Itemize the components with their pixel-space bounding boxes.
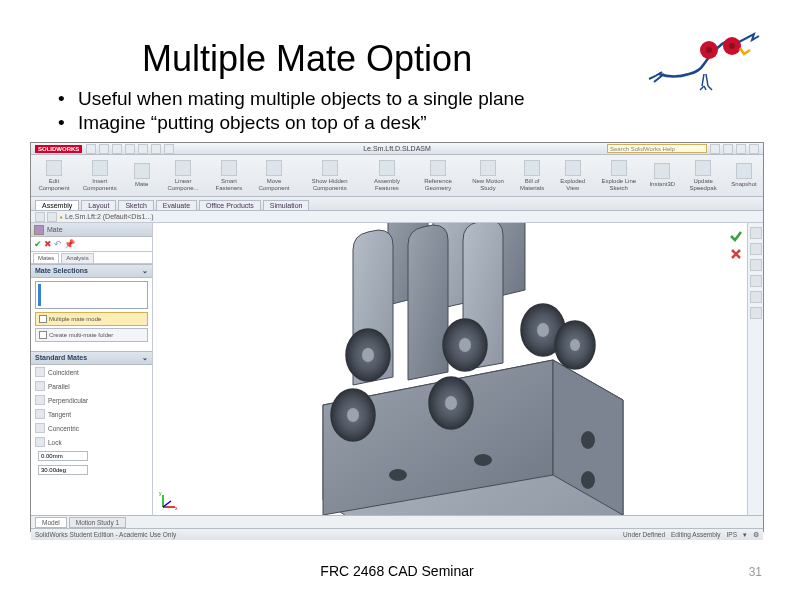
create-folder-checkbox[interactable]: Create multi-mate folder xyxy=(35,328,148,342)
show-hidden-button[interactable]: Show Hidden Components xyxy=(298,157,362,195)
mascot-logo xyxy=(644,24,764,94)
analysis-tab[interactable]: Analysis xyxy=(61,253,93,263)
document-header: ⬥ Le.Sm.Lft:2 (Default<Dis1...) xyxy=(31,211,763,223)
move-component-button[interactable]: Move Component xyxy=(251,157,296,195)
lock-mate[interactable]: Lock xyxy=(31,435,152,449)
doc-name: Le.Sm.Lft:2 (Default<Dis1...) xyxy=(65,213,154,220)
svg-text:x: x xyxy=(175,505,178,511)
help-icon[interactable] xyxy=(710,144,720,154)
reference-geometry-button[interactable]: Reference Geometry xyxy=(412,157,464,195)
reject-icon[interactable] xyxy=(729,247,743,261)
bom-button[interactable]: Bill of Materials xyxy=(512,157,552,195)
svg-point-5 xyxy=(362,348,374,362)
maximize-icon[interactable] xyxy=(736,144,746,154)
tab-evaluate[interactable]: Evaluate xyxy=(156,200,197,210)
open-icon[interactable] xyxy=(99,144,109,154)
svg-point-7 xyxy=(347,408,359,422)
solidworks-screenshot: SOLIDWORKS Le.Sm.Lft.D.SLDASM Search Sol… xyxy=(30,142,764,532)
collapse-icon: ⌄ xyxy=(142,354,148,362)
search-input[interactable]: Search SolidWorks Help xyxy=(607,144,707,153)
instant3d-button[interactable]: Instant3D xyxy=(645,157,679,195)
graphics-viewport[interactable]: y x xyxy=(153,223,747,515)
cad-model xyxy=(233,223,663,515)
close-icon[interactable] xyxy=(749,144,759,154)
rebuild-icon[interactable] xyxy=(151,144,161,154)
mate-icon xyxy=(34,225,44,235)
svg-point-15 xyxy=(570,339,580,351)
svg-point-1 xyxy=(706,47,712,53)
mate-selections-section[interactable]: Mate Selections⌄ xyxy=(31,264,152,278)
svg-point-19 xyxy=(581,471,595,489)
model-tab[interactable]: Model xyxy=(35,517,67,528)
quick-access-toolbar xyxy=(86,144,174,154)
ok-icon[interactable]: ✔ xyxy=(34,239,42,249)
mate-selection-list[interactable] xyxy=(35,281,148,309)
tab-office-products[interactable]: Office Products xyxy=(199,200,261,210)
status-icon[interactable]: ⚙ xyxy=(753,531,759,539)
motion-study-button[interactable]: New Motion Study xyxy=(465,157,511,195)
tree-icon[interactable] xyxy=(35,212,45,222)
minimize-icon[interactable] xyxy=(723,144,733,154)
svg-point-16 xyxy=(389,469,407,481)
angle-field[interactable] xyxy=(31,463,152,477)
svg-point-9 xyxy=(459,338,471,352)
options-icon[interactable] xyxy=(164,144,174,154)
file-explorer-icon[interactable] xyxy=(750,259,762,271)
multiple-mate-button[interactable]: Multiple mate mode xyxy=(35,312,148,326)
mates-tab[interactable]: Mates xyxy=(33,253,59,263)
parallel-mate[interactable]: Parallel xyxy=(31,379,152,393)
linear-pattern-button[interactable]: Linear Compone... xyxy=(160,157,207,195)
svg-point-17 xyxy=(474,454,492,466)
cancel-icon[interactable]: ✖ xyxy=(44,239,52,249)
accept-icon[interactable] xyxy=(729,229,743,243)
svg-line-22 xyxy=(163,501,171,507)
concentric-mate[interactable]: Concentric xyxy=(31,421,152,435)
custom-props-icon[interactable] xyxy=(750,307,762,319)
svg-text:y: y xyxy=(159,491,162,496)
undo-icon[interactable]: ↶ xyxy=(54,239,62,249)
design-library-icon[interactable] xyxy=(750,243,762,255)
view-palette-icon[interactable] xyxy=(750,275,762,287)
explode-line-button[interactable]: Explode Line Sketch xyxy=(593,157,644,195)
command-tabs: Assembly Layout Sketch Evaluate Office P… xyxy=(31,197,763,211)
distance-field[interactable] xyxy=(31,449,152,463)
solidworks-logo: SOLIDWORKS xyxy=(35,145,82,153)
coincident-mate[interactable]: Coincident xyxy=(31,365,152,379)
units: IPS xyxy=(727,531,737,538)
exploded-view-button[interactable]: Exploded View xyxy=(553,157,592,195)
print-icon[interactable] xyxy=(125,144,135,154)
license-text: SolidWorks Student Edition - Academic Us… xyxy=(35,531,176,538)
snapshot-button[interactable]: Snapshot xyxy=(727,157,761,195)
tree-icon[interactable] xyxy=(47,212,57,222)
svg-point-13 xyxy=(537,323,549,337)
bullet-item: Imagine “putting objects on top of a des… xyxy=(50,112,794,134)
triad-icon: y x xyxy=(159,491,179,511)
speedpak-button[interactable]: Update Speedpak xyxy=(680,157,726,195)
standard-mates-section[interactable]: Standard Mates⌄ xyxy=(31,351,152,365)
bottom-tab-bar: Model Motion Study 1 xyxy=(31,515,763,528)
pushpin-icon[interactable]: 📌 xyxy=(64,239,75,249)
tangent-mate[interactable]: Tangent xyxy=(31,407,152,421)
save-icon[interactable] xyxy=(112,144,122,154)
footer-text: FRC 2468 CAD Seminar xyxy=(320,563,473,579)
assembly-features-button[interactable]: Assembly Features xyxy=(363,157,411,195)
edit-component-button[interactable]: Edit Component xyxy=(33,157,75,195)
smart-fasteners-button[interactable]: Smart Fasteners xyxy=(208,157,251,195)
tab-simulation[interactable]: Simulation xyxy=(263,200,310,210)
mate-button[interactable]: Mate xyxy=(125,157,159,195)
tab-assembly[interactable]: Assembly xyxy=(35,200,79,210)
insert-components-button[interactable]: Insert Components xyxy=(76,157,124,195)
new-icon[interactable] xyxy=(86,144,96,154)
perpendicular-mate[interactable]: Perpendicular xyxy=(31,393,152,407)
feature-manager-panel: Mate ✔ ✖ ↶ 📌 Mates Analysis Mate Selecti… xyxy=(31,223,153,515)
resources-icon[interactable] xyxy=(750,227,762,239)
mate-panel-header: Mate xyxy=(31,223,152,237)
motion-study-tab[interactable]: Motion Study 1 xyxy=(69,517,126,528)
appearances-icon[interactable] xyxy=(750,291,762,303)
tab-layout[interactable]: Layout xyxy=(81,200,116,210)
undo-icon[interactable] xyxy=(138,144,148,154)
edit-mode: Editing Assembly xyxy=(671,531,721,538)
ribbon-toolbar: Edit Component Insert Components Mate Li… xyxy=(31,155,763,197)
svg-point-3 xyxy=(729,43,735,49)
tab-sketch[interactable]: Sketch xyxy=(118,200,153,210)
